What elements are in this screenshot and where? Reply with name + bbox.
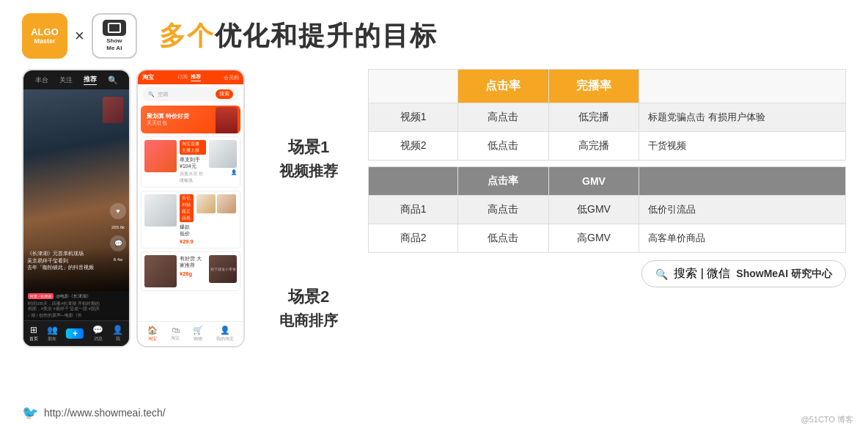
showme-logo-text: Show Me AI [106, 37, 122, 51]
video-thumbnail-accent [103, 97, 123, 123]
taobao-content: 聚划算 特价好货 天天红包 淘宝直播 主播上择 单支到手¥104元 清透水润 舒… [138, 104, 243, 321]
friends-icon: 👥 [47, 325, 58, 335]
tiktok-video-area: 《长津湖》元首亲机现场 吴京易烊千玺看到 去年「咖拍彼此」的抖音视频 ♥ 265… [23, 89, 129, 291]
card1-image [144, 140, 177, 172]
card2-img-text [144, 194, 177, 227]
showme-logo-icon [103, 20, 126, 36]
search-widget[interactable]: 🔍 搜索 | 微信 ShowMeAI 研究中心 [641, 260, 846, 287]
table-header-empty-1 [369, 70, 458, 103]
tiktok-tab-recommend: 推荐 [84, 75, 97, 85]
taobao-nav-home[interactable]: 🏠 淘宝 [147, 326, 158, 342]
product2-gmv: 高GMV [548, 224, 639, 253]
tiktok-search-icon: 🔍 [108, 76, 118, 85]
tiktok-nav-profile[interactable]: 👤 我 [112, 325, 123, 342]
tiktok-nav-messages[interactable]: 💬 消息 [92, 325, 103, 342]
card3-label: 拍下就送小零食 [210, 267, 236, 271]
table-header-ctr-1: 点击率 [458, 70, 549, 103]
showme-logo: Show Me AI [92, 13, 137, 59]
taobao-tab-subscribe: 订阅 [177, 73, 188, 81]
metrics-table: 点击率 完播率 视频1 高点击 低完播 标题党骗点击 有损用户体验 视频2 低点… [368, 69, 846, 253]
product1-ctr: 高点击 [458, 196, 549, 224]
taobao-cart-label: 购物 [194, 336, 202, 342]
card3-image [144, 255, 177, 287]
video-overlay-text: 《长津湖》元首亲机现场 吴京易烊千玺看到 去年「咖拍彼此」的抖音视频 [27, 250, 108, 270]
taobao-card-2: 百亿补贴 超正品低 爆款低价 ¥29.9 [141, 191, 240, 249]
product1-item: 商品1 [369, 196, 458, 224]
table-header-completion: 完播率 [548, 70, 639, 103]
tiktok-nav-home[interactable]: ⊞ 首页 [29, 325, 38, 342]
taobao-banner: 聚划算 特价好货 天天红包 [141, 106, 240, 133]
card3-title: 有好货 大家推荐 [180, 255, 206, 268]
taobao-bottom-bar: 🏠 淘宝 🛍 淘宝 🛒 购物 👤 我的淘宝 [138, 321, 243, 346]
taobao-search-placeholder: 空调 [158, 91, 168, 98]
footer: 🐦 http://www.showmeai.tech/ [22, 405, 846, 421]
video1-completion: 低完播 [548, 103, 639, 132]
taobao-nav-cart[interactable]: 🛒 购物 [193, 326, 203, 342]
tiktok-bottom-bar: ⊞ 首页 👥 朋友 + 💬 消息 👤 我 [23, 320, 129, 346]
tiktok-nav-friends-label: 朋友 [48, 336, 56, 342]
table-row-video1: 视频1 高点击 低完播 标题党骗点击 有损用户体验 [369, 103, 846, 132]
card2-image [144, 194, 177, 227]
footer-url: http://www.showmeai.tech/ [44, 407, 166, 419]
search-widget-text: 搜索 | 微信 [674, 266, 730, 282]
taobao-nav-profile[interactable]: 👤 我的淘宝 [216, 326, 234, 342]
card2-price: ¥29.9 [180, 238, 194, 245]
x-mark: × [75, 26, 84, 45]
video1-item: 视频1 [369, 103, 458, 132]
tiktok-nav-home-label: 首页 [29, 336, 38, 342]
comment-icon: 💬 [110, 235, 126, 251]
table-spacer-cell [369, 161, 846, 167]
table-area: 点击率 完播率 视频1 高点击 低完播 标题党骗点击 有损用户体验 视频2 低点… [368, 69, 846, 397]
taobao-search-bar[interactable]: 🔍 空调 搜索 [142, 87, 239, 101]
table-spacer [369, 161, 846, 167]
taobao-profile-label: 我的淘宝 [216, 336, 234, 342]
main-container: ALGO Master × Show Me AI 多个优化和提升的目标 丰台 [0, 0, 868, 434]
scenario2-num: 场景2 [261, 286, 356, 308]
taobao-home-icon: 🏠 [147, 326, 158, 335]
home-icon: ⊞ [30, 325, 37, 335]
tiktok-nav-friends[interactable]: 👥 朋友 [47, 325, 58, 342]
product2-ctr: 低点击 [458, 224, 549, 253]
tiktok-nav-messages-label: 消息 [94, 336, 103, 342]
card2-info: 百亿补贴 超正品低 爆款低价 ¥29.9 [180, 194, 194, 245]
taobao-deals-label: 淘宝 [171, 335, 180, 342]
card1-right: 👤 [209, 140, 237, 175]
video1-desc: 标题党骗点击 有损用户体验 [639, 103, 846, 132]
tiktok-add-btn[interactable]: + [66, 328, 84, 339]
card2-title: 爆款低价 [180, 224, 194, 237]
taobao-search-btn[interactable]: 搜索 [216, 89, 233, 99]
table-header-desc-2 [639, 167, 846, 196]
card1-title: 单支到手¥104元 [180, 156, 206, 169]
scenario1-label: 视频推荐 [261, 161, 356, 181]
header: ALGO Master × Show Me AI 多个优化和提升的目标 [22, 13, 846, 59]
taobao-logo-text: 淘宝 [142, 73, 154, 81]
table-row-product1: 商品1 高点击 低GMV 低价引流品 [369, 196, 846, 224]
table-row-product2: 商品2 低点击 高GMV 高客单价商品 [369, 224, 846, 253]
card2-img1 [196, 194, 216, 213]
tiktok-tab-follow: 关注 [59, 76, 73, 85]
scenario1-num: 场景1 [261, 136, 356, 158]
video-text-line2: 吴京易烊千玺看到 [27, 257, 108, 264]
card1-person-icon: 👤 [209, 169, 237, 175]
table-header-row-2: 点击率 GMV [369, 167, 846, 196]
table-header-empty-2 [369, 167, 458, 196]
messages-icon: 💬 [92, 325, 103, 335]
title-rest: 优化和提升的目标 [215, 21, 438, 51]
algo-text-line1: ALGO [31, 26, 59, 38]
page-title: 多个优化和提升的目标 [159, 18, 846, 54]
card3-right: 拍下就送小零食 [209, 255, 237, 283]
tiktok-top-bar: 丰台 关注 推荐 🔍 [23, 70, 129, 89]
taobao-deals-icon: 🛍 [172, 326, 180, 334]
logo-area: ALGO Master × Show Me AI [22, 13, 137, 59]
product1-gmv: 低GMV [548, 196, 639, 224]
taobao-nav-deals[interactable]: 🛍 淘宝 [171, 326, 180, 342]
taobao-card-3: 有好货 大家推荐 ¥28g 拍下就送小零食 [141, 251, 240, 291]
video2-ctr: 低点击 [458, 132, 549, 161]
taobao-tabs: 订阅 推荐 [157, 73, 221, 81]
tiktok-description: 时间335天，回看#长津湖 开机时期的画面，#美京 #易烊千 玺成一团 #国庆 [28, 301, 125, 312]
video-text-line1: 《长津湖》元首亲机现场 [27, 250, 108, 257]
card3-product-img: 拍下就送小零食 [209, 255, 237, 283]
product2-item: 商品2 [369, 224, 458, 253]
phones-area: 丰台 关注 推荐 🔍 《长津湖》元首亲机现场 吴京易烊千玺看到 去年「咖拍彼此」… [22, 69, 249, 397]
taobao-phone: 淘宝 订阅 推荐 会员购 🔍 空调 搜索 聚划算 特价好 [136, 69, 245, 347]
